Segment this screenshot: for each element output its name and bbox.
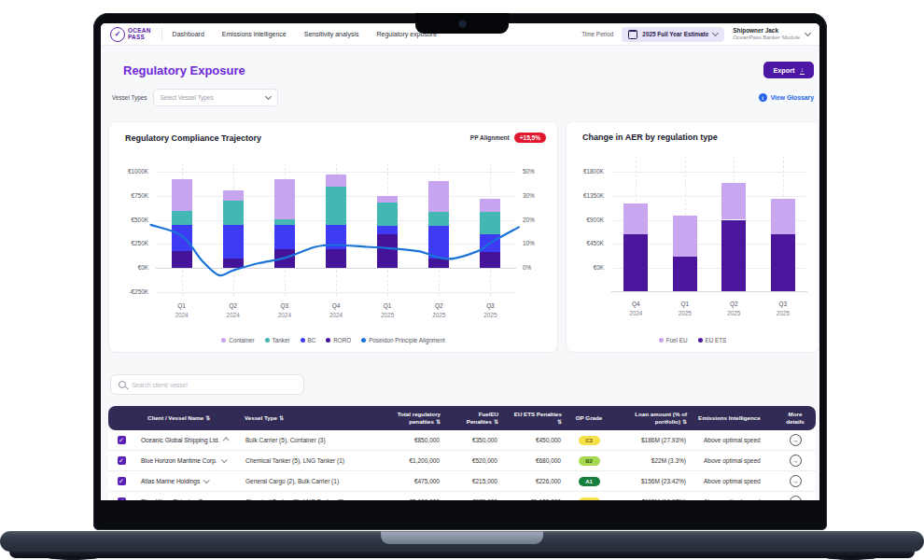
- table-body: ✓Oceanic Global Shipping Ltd.Bulk Carrie…: [108, 430, 816, 500]
- sort-icon: ⇅: [557, 419, 562, 427]
- nav-items: DashboardEmissions intelligenceSensitivi…: [173, 31, 437, 37]
- charts-row: Regulatory Compliance Trajectory PP Alig…: [108, 121, 816, 353]
- total-penalties-cell: €850,000: [375, 437, 446, 443]
- vessel-type-cell: Bulk Carrier (5), Container (3): [239, 437, 375, 443]
- search-input[interactable]: [132, 382, 296, 388]
- row-checkbox[interactable]: ✓: [118, 456, 126, 465]
- more-details-button[interactable]: →: [790, 455, 802, 467]
- table-row[interactable]: ✓Titan Wave Shipping GroupChemical Tanke…: [108, 492, 816, 500]
- nav-item-dashboard[interactable]: Dashboard: [173, 31, 204, 37]
- chevron-down-icon: [712, 30, 719, 36]
- row-checkbox[interactable]: ✓: [118, 436, 126, 444]
- column-header-more-details: More details: [775, 408, 816, 428]
- oceanpass-logo[interactable]: ✓ OCEANPASS: [110, 27, 151, 42]
- total-penalties-cell: €2,100,000: [375, 498, 446, 500]
- search-box[interactable]: [110, 374, 304, 395]
- dashboard-viewport: ✓ OCEANPASS DashboardEmissions intellige…: [101, 23, 819, 500]
- legend-item: BC: [301, 337, 316, 343]
- fueleu-penalties-cell: €350,000: [446, 437, 504, 443]
- compliance-chart: €1000K50%€750K30%€500K20%€250K10%€0K0%-€…: [109, 122, 557, 352]
- x-axis-label: Q42024: [611, 300, 661, 317]
- column-header-eu-ets-penalties[interactable]: EU ETS Penalties⇅: [504, 408, 567, 429]
- legend-item: Container: [221, 337, 254, 343]
- legend-item: Poseidon Principle Alignment: [361, 337, 445, 343]
- sort-icon: ⇅: [682, 419, 687, 427]
- page-header: Regulatory Exposure Export ↓: [123, 62, 814, 78]
- loan-amount-cell: $186M (27.93%): [610, 437, 693, 443]
- loan-amount-cell: $113M (16.97%): [610, 498, 693, 500]
- op-grade-badge: B2: [579, 456, 600, 466]
- column-header-op-grade: OP Grade: [567, 412, 610, 425]
- sort-icon: ⇅: [494, 419, 498, 427]
- time-period-select[interactable]: 2025 Full Year Estimate: [622, 27, 724, 42]
- trend-line: [109, 122, 557, 352]
- nav-item-emissions-intelligence[interactable]: Emissions intelligence: [222, 31, 287, 37]
- compliance-chart-legend: ContainerTankerBCROROPoseidon Principle …: [109, 337, 557, 343]
- chevron-down-icon: [805, 30, 811, 36]
- view-glossary-link[interactable]: i View Glossary: [759, 93, 814, 102]
- op-grade-badge: C3: [579, 497, 600, 501]
- legend-dot-icon: [659, 338, 664, 343]
- camera-dot: [460, 21, 465, 26]
- row-checkbox[interactable]: ✓: [118, 477, 126, 485]
- client-name-cell[interactable]: Blue Horizon Maritime Corp.: [134, 457, 239, 464]
- more-details-button[interactable]: →: [790, 496, 802, 500]
- column-header-client-vessel-name[interactable]: Client / Vessel Name⇅: [134, 412, 239, 426]
- client-name-cell[interactable]: Atlas Marine Holdings: [134, 478, 239, 484]
- vessel-types-select[interactable]: Select Vessel Types: [153, 89, 278, 106]
- chart-title: Regulatory Compliance Trajectory: [125, 133, 261, 143]
- more-details-button[interactable]: →: [790, 475, 802, 487]
- vessel-types-label: Vessel Types: [112, 94, 147, 101]
- user-menu[interactable]: Shipowner Jack OceanPass Banker Module: [733, 27, 810, 41]
- chevron-down-icon: [221, 456, 227, 462]
- legend-dot-icon: [221, 338, 226, 343]
- view-glossary-label: View Glossary: [771, 94, 814, 101]
- table-row[interactable]: ✓Blue Horizon Maritime Corp.Chemical Tan…: [108, 451, 816, 471]
- more-details-button[interactable]: →: [790, 434, 802, 446]
- client-name-cell[interactable]: Titan Wave Shipping Group: [134, 498, 239, 500]
- legend-dot-icon: [698, 338, 703, 343]
- aer-chart-legend: Fuel EUEU ETS: [567, 337, 819, 343]
- trackpad-lip: [381, 531, 543, 544]
- client-name-cell[interactable]: Oceanic Global Shipping Ltd.: [134, 437, 239, 443]
- chart-title: Change in AER by regulation type: [582, 133, 718, 142]
- time-period-label: Time Period: [581, 31, 613, 37]
- nav-item-sensitivity-analysis[interactable]: Sensitivity analysis: [304, 31, 359, 37]
- column-header-total-regulatory-penalties[interactable]: Total regulatory penalties⇅: [375, 408, 446, 429]
- x-axis-label: Q32025: [759, 300, 808, 317]
- bar-segment-fuel-eu: [771, 199, 795, 235]
- loan-amount-cell: $22M (3.3%): [610, 457, 693, 464]
- export-label: Export: [773, 66, 794, 75]
- emissions-intelligence-cell: Above optimal speed: [693, 457, 775, 464]
- export-button[interactable]: Export ↓: [763, 62, 814, 78]
- bar-segment-fuel-eu: [721, 183, 746, 220]
- row-checkbox[interactable]: ✓: [118, 497, 126, 500]
- camera-notch: [415, 13, 509, 34]
- download-icon: ↓: [800, 66, 805, 75]
- column-header-loan-amount-of-portfolio-[interactable]: Loan amount (% of portfolio)⇅: [610, 408, 693, 429]
- op-grade-badge: A1: [579, 477, 600, 486]
- pp-alignment-badge: +15,5%: [514, 133, 546, 143]
- table-row[interactable]: ✓Atlas Marine HoldingsGeneral Cargo (2),…: [108, 471, 816, 492]
- bar-segment-eu-ets: [623, 234, 648, 291]
- table-row[interactable]: ✓Oceanic Global Shipping Ltd.Bulk Carrie…: [108, 430, 816, 451]
- column-header-emissions-intelligence: Emissions Intelligence: [693, 412, 775, 425]
- oceanpass-logo-text: OCEANPASS: [128, 28, 151, 40]
- legend-item: Tanker: [265, 337, 290, 343]
- nav-right-group: Time Period 2025 Full Year Estimate Ship…: [581, 27, 810, 42]
- chevron-down-icon: [218, 497, 224, 500]
- column-header-vessel-type[interactable]: Vessel Type⇅: [239, 412, 375, 426]
- sort-icon: ⇅: [205, 415, 210, 423]
- column-header-fueleu-penalties[interactable]: FuelEU Penalties⇅: [446, 408, 504, 429]
- divider: [161, 28, 162, 40]
- fueleu-penalties-cell: €520,000: [446, 457, 504, 464]
- info-icon: i: [759, 93, 767, 102]
- legend-dot-icon: [326, 338, 330, 343]
- legend-item: RORO: [326, 337, 351, 343]
- compliance-trajectory-card: Regulatory Compliance Trajectory PP Alig…: [108, 121, 558, 353]
- user-name: Shipowner Jack: [733, 27, 800, 35]
- emissions-intelligence-cell: Above optimal speed: [693, 498, 775, 500]
- aer-chart: €1800K€1350K€900K€450K€0KQ42024Q12025Q22…: [567, 122, 819, 352]
- vessel-type-cell: General Cargo (2), Bulk Carrier (1): [239, 478, 375, 484]
- search-icon: [119, 381, 126, 388]
